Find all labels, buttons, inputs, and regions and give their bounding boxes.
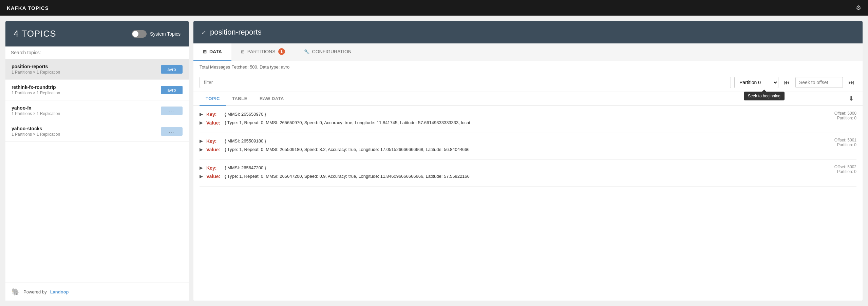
- search-topics-input[interactable]: [11, 50, 183, 55]
- message-partition: Partition: 0: [816, 142, 856, 147]
- topic-item-name: yahoo-stocks: [12, 126, 60, 131]
- topic-item-info: yahoo-fx 1 Partitions × 1 Replication: [12, 105, 60, 116]
- main-layout: 4 TOPICS System Topics position-reports …: [0, 16, 868, 306]
- value-label: Value:: [206, 146, 223, 153]
- message-entry: ▶ Key: { MMSI: 265509180 } ▶ Value: { Ty…: [200, 133, 856, 160]
- expand-arrow-value[interactable]: ▶: [200, 119, 204, 126]
- value-content: { Type: 1, Repeat: 0, MMSI: 265650970, S…: [225, 119, 496, 126]
- messages-info: Total Messages Fetched: 500. Data type: …: [193, 61, 863, 73]
- topic-list-item[interactable]: yahoo-fx 1 Partitions × 1 Replication ..…: [5, 100, 189, 121]
- left-panel: 4 TOPICS System Topics position-reports …: [5, 21, 189, 301]
- partition-select[interactable]: Partition 0 Partition 1: [734, 77, 778, 88]
- topics-header: 4 TOPICS System Topics: [5, 21, 189, 46]
- expand-icon[interactable]: ⤢: [202, 29, 206, 36]
- tab-icon: ⊞: [241, 49, 245, 54]
- tooltip-seek-beginning: Seek to beginning: [744, 92, 785, 100]
- powered-by-text: Powered by: [23, 289, 47, 294]
- tab-icon: 🔧: [304, 49, 309, 54]
- tab-label: CONFIGURATION: [312, 49, 352, 54]
- topic-item-info: yahoo-stocks 1 Partitions × 1 Replicatio…: [12, 126, 60, 137]
- key-label: Key:: [206, 111, 223, 118]
- topic-item-info: position-reports 1 Partitions × 1 Replic…: [12, 64, 60, 75]
- topic-item-meta: 1 Partitions × 1 Replication: [12, 70, 60, 75]
- message-entry: ▶ Key: { MMSI: 265647200 } ▶ Value: { Ty…: [200, 160, 856, 187]
- topic-item-name: rethink-fx-roundtrip: [12, 84, 60, 90]
- message-meta: Offset: 5002 Partition: 0: [816, 165, 856, 174]
- key-content: { MMSI: 265509180 }: [225, 138, 496, 145]
- topic-list-item[interactable]: position-reports 1 Partitions × 1 Replic…: [5, 59, 189, 80]
- seek-to-beginning-btn[interactable]: ⏮: [782, 78, 792, 88]
- message-key-row: ▶ Key: { MMSI: 265647200 }: [200, 165, 816, 172]
- system-topics-label: System Topics: [150, 31, 181, 37]
- message-meta: Offset: 5001 Partition: 0: [816, 138, 856, 147]
- expand-arrow[interactable]: ▶: [200, 138, 204, 145]
- message-value-row: ▶ Value: { Type: 1, Repeat: 0, MMSI: 265…: [200, 173, 816, 180]
- elephant-icon: 🐘: [12, 288, 20, 296]
- key-content: { MMSI: 265650970 }: [225, 111, 496, 118]
- topic-detail-title: position-reports: [210, 28, 262, 37]
- controls-row: Partition 0 Partition 1 ⏮ ⏭ Seek to begi…: [193, 73, 863, 92]
- system-topics-switch[interactable]: [132, 30, 147, 38]
- topic-detail-header: ⤢ position-reports: [193, 21, 863, 43]
- messages-list: ▶ Key: { MMSI: 265650970 } ▶ Value: { Ty…: [193, 106, 863, 301]
- topic-item-meta: 1 Partitions × 1 Replication: [12, 132, 60, 137]
- message-key-row: ▶ Key: { MMSI: 265650970 }: [200, 111, 816, 118]
- expand-arrow-value[interactable]: ▶: [200, 173, 204, 180]
- sub-tab-table[interactable]: TABLE: [226, 92, 253, 106]
- tab-badge: 1: [278, 48, 285, 55]
- key-content: { MMSI: 265647200 }: [225, 165, 496, 171]
- expand-arrow[interactable]: ▶: [200, 165, 204, 171]
- app-title: KAFKA TOPICS: [7, 5, 49, 11]
- topic-badge: ...: [161, 107, 183, 115]
- right-panel: ⤢ position-reports ⊞DATA⊞PARTITIONS1🔧CON…: [193, 21, 863, 301]
- message-partition: Partition: 0: [816, 116, 856, 120]
- topics-count: 4 TOPICS: [14, 28, 56, 39]
- topic-list-item[interactable]: yahoo-stocks 1 Partitions × 1 Replicatio…: [5, 121, 189, 142]
- powered-by-footer: 🐘 Powered by Landoop: [5, 283, 189, 301]
- topic-list-item[interactable]: rethink-fx-roundtrip 1 Partitions × 1 Re…: [5, 80, 189, 100]
- landoop-link[interactable]: Landoop: [50, 289, 69, 294]
- message-offset: Offset: 5001: [816, 138, 856, 142]
- message-meta: Offset: 5000 Partition: 0: [816, 111, 856, 120]
- tab-data[interactable]: ⊞DATA: [193, 43, 231, 61]
- message-offset: Offset: 5002: [816, 165, 856, 169]
- sub-tab-topic[interactable]: TOPIC: [200, 92, 226, 106]
- key-label: Key:: [206, 138, 223, 145]
- topics-list: position-reports 1 Partitions × 1 Replic…: [5, 59, 189, 283]
- message-key-row: ▶ Key: { MMSI: 265509180 }: [200, 138, 816, 145]
- message-value-row: ▶ Value: { Type: 1, Repeat: 0, MMSI: 265…: [200, 119, 816, 127]
- message-value-row: ▶ Value: { Type: 1, Repeat: 0, MMSI: 265…: [200, 146, 816, 153]
- navbar: KAFKA TOPICS ⚙: [0, 0, 868, 16]
- message-entry: ▶ Key: { MMSI: 265650970 } ▶ Value: { Ty…: [200, 106, 856, 133]
- topic-item-meta: 1 Partitions × 1 Replication: [12, 111, 60, 116]
- sub-tab-raw-data[interactable]: RAW DATA: [253, 92, 290, 106]
- expand-arrow[interactable]: ▶: [200, 111, 204, 118]
- download-btn[interactable]: ⬇: [846, 92, 856, 106]
- tab-label: PARTITIONS: [247, 49, 276, 54]
- message-offset: Offset: 5000: [816, 111, 856, 116]
- topic-badge: ...: [161, 127, 183, 136]
- key-label: Key:: [206, 165, 223, 172]
- value-label: Value:: [206, 173, 223, 180]
- topic-item-info: rethink-fx-roundtrip 1 Partitions × 1 Re…: [12, 84, 60, 95]
- tab-partitions[interactable]: ⊞PARTITIONS1: [231, 43, 295, 61]
- value-label: Value:: [206, 119, 223, 127]
- filter-input[interactable]: [200, 77, 731, 88]
- system-topics-toggle: System Topics: [132, 30, 181, 38]
- topic-item-name: position-reports: [12, 64, 60, 69]
- expand-arrow-value[interactable]: ▶: [200, 146, 204, 153]
- tab-label: DATA: [209, 49, 222, 54]
- seek-offset-input[interactable]: [795, 77, 843, 88]
- topic-badge: avro: [161, 65, 183, 74]
- topic-badge: avro: [161, 86, 183, 94]
- tabs-bar: ⊞DATA⊞PARTITIONS1🔧CONFIGURATION: [193, 43, 863, 61]
- topic-item-meta: 1 Partitions × 1 Replication: [12, 91, 60, 95]
- tab-configuration[interactable]: 🔧CONFIGURATION: [295, 43, 361, 61]
- value-content: { Type: 1, Repeat: 0, MMSI: 265509180, S…: [225, 146, 496, 153]
- tab-icon: ⊞: [203, 49, 207, 54]
- value-content: { Type: 1, Repeat: 0, MMSI: 265647200, S…: [225, 173, 496, 180]
- seek-to-end-btn[interactable]: ⏭: [846, 78, 856, 88]
- message-partition: Partition: 0: [816, 169, 856, 174]
- topic-item-name: yahoo-fx: [12, 105, 60, 111]
- gear-icon[interactable]: ⚙: [856, 4, 861, 12]
